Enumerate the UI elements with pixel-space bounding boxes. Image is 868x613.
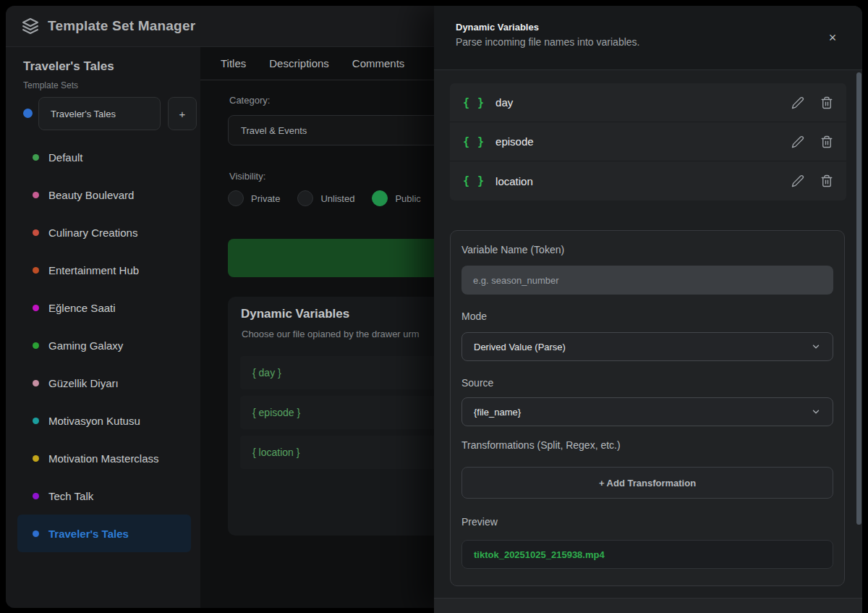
set-color-dot <box>33 342 39 349</box>
close-icon[interactable]: × <box>823 28 842 47</box>
set-label: Traveler's Tales <box>48 528 129 540</box>
variable-list: { } day { } episode { } location <box>450 83 846 200</box>
delete-trash-icon[interactable] <box>820 135 833 148</box>
visibility-options: Private Unlisted Public <box>228 190 421 206</box>
drawer-footer <box>434 598 862 613</box>
sidebar-item-default[interactable]: Default <box>17 138 191 176</box>
edit-pencil-icon[interactable] <box>791 135 804 148</box>
braces-icon: { } <box>463 135 485 148</box>
variable-row-day: { } day <box>450 83 846 122</box>
sidebar-item-entertainment-hub[interactable]: Entertainment Hub <box>17 251 191 289</box>
sidebar-item-tech-talk[interactable]: Tech Talk <box>17 477 191 515</box>
set-color-dot <box>33 418 39 424</box>
set-label: Motivasyon Kutusu <box>48 415 140 427</box>
chevron-down-icon <box>811 407 821 417</box>
radio-circle <box>228 190 244 206</box>
variable-form: Variable Name (Token) Mode Derived Value… <box>450 230 845 586</box>
add-transformation-button[interactable]: + Add Transformation <box>461 467 833 499</box>
chevron-down-icon <box>811 342 821 352</box>
variable-actions <box>791 135 833 148</box>
set-label: Motivation Masterclass <box>48 452 159 465</box>
variable-name-input[interactable] <box>461 266 833 295</box>
variable-name: location <box>495 175 533 187</box>
sidebar-item-gaming-galaxy[interactable]: Gaming Galaxy <box>17 326 191 364</box>
delete-trash-icon[interactable] <box>820 174 833 187</box>
drawer-scrollbar[interactable] <box>856 72 861 525</box>
radio-circle <box>297 190 313 206</box>
sidebar: Traveler's Tales Template Sets Traveler'… <box>6 47 200 608</box>
set-color-dot <box>33 493 39 499</box>
set-label: Güzellik Diyarı <box>48 377 119 389</box>
braces-icon: { } <box>463 174 485 187</box>
set-color-dot <box>33 455 39 462</box>
set-color-dot <box>33 305 39 311</box>
edit-pencil-icon[interactable] <box>791 174 804 187</box>
visibility-private-radio[interactable]: Private <box>228 190 280 206</box>
variable-name: episode <box>495 135 534 148</box>
sidebar-item-eglence-saati[interactable]: Eğlence Saati <box>17 289 191 326</box>
sidebar-item-culinary-creations[interactable]: Culinary Creations <box>17 214 191 251</box>
set-label: Culinary Creations <box>48 227 137 239</box>
set-label: Eğlence Saati <box>48 302 116 314</box>
category-label: Category: <box>229 95 270 106</box>
transformations-label: Transformations (Split, Regex, etc.) <box>461 439 833 451</box>
tab-titles[interactable]: Titles <box>221 57 246 78</box>
tab-comments[interactable]: Comments <box>352 57 405 78</box>
sidebar-item-travelers-tales[interactable]: Traveler's Tales <box>17 515 191 552</box>
template-set-list: Default Beauty Boulevard Culinary Creati… <box>17 138 191 552</box>
source-select[interactable]: {file_name} <box>461 397 833 426</box>
selected-set-dot <box>23 109 33 118</box>
set-color-dot <box>33 530 39 537</box>
mode-label: Mode <box>461 310 833 322</box>
app-title: Template Set Manager <box>48 18 195 34</box>
drawer-title: Dynamic Variables <box>456 22 539 33</box>
visibility-label: Visibility: <box>229 171 265 182</box>
drawer-subtitle: Parse incoming file names into variables… <box>456 36 639 48</box>
dynamic-variables-drawer: Dynamic Variables Parse incoming file na… <box>434 6 862 613</box>
visibility-unlisted-radio[interactable]: Unlisted <box>297 190 354 206</box>
set-color-dot <box>33 380 39 386</box>
delete-trash-icon[interactable] <box>820 96 833 109</box>
template-set-dropdown-value: Traveler's Tales <box>51 109 116 119</box>
sidebar-item-guzellik-diyari[interactable]: Güzellik Diyarı <box>17 364 191 402</box>
template-sets-label: Template Sets <box>23 80 78 90</box>
preview-label: Preview <box>461 516 833 528</box>
dynamic-variables-subtitle: Choose our file opianed by the drawer ur… <box>242 329 420 339</box>
visibility-public-radio[interactable]: Public <box>372 190 420 206</box>
tab-descriptions[interactable]: Descriptions <box>269 57 329 78</box>
layers-logo-icon <box>22 17 39 35</box>
set-color-dot <box>33 192 39 198</box>
set-label: Gaming Galaxy <box>48 339 123 352</box>
category-value: Travel & Events <box>241 125 307 136</box>
sidebar-item-motivasyon-kutusu[interactable]: Motivasyon Kutusu <box>17 402 191 439</box>
set-label: Tech Talk <box>48 490 93 502</box>
set-label: Default <box>48 151 83 164</box>
sidebar-heading: Traveler's Tales <box>23 59 114 74</box>
radio-circle <box>372 190 388 206</box>
radio-label: Unlisted <box>320 193 354 204</box>
add-template-set-button[interactable]: + <box>168 97 197 130</box>
variable-row-episode: { } episode <box>450 122 846 161</box>
sidebar-item-beauty-boulevard[interactable]: Beauty Boulevard <box>17 176 191 214</box>
radio-label: Private <box>251 193 280 204</box>
sidebar-item-motivation-masterclass[interactable]: Motivation Masterclass <box>17 439 191 477</box>
set-color-dot <box>33 267 39 274</box>
variable-name: day <box>495 96 513 109</box>
template-set-dropdown[interactable]: Traveler's Tales <box>38 97 161 130</box>
variable-actions <box>791 96 833 109</box>
preview-filename: tiktok_20251025_215938.mp4 <box>474 549 605 560</box>
radio-label: Public <box>395 193 420 204</box>
mode-select[interactable]: Derived Value (Parse) <box>461 332 833 361</box>
editor-tabs: Titles Descriptions Comments <box>221 57 404 78</box>
preview-box: tiktok_20251025_215938.mp4 <box>461 540 833 569</box>
mode-value: Derived Value (Parse) <box>474 342 566 352</box>
variable-row-location: { } location <box>450 161 846 200</box>
edit-pencil-icon[interactable] <box>791 96 804 109</box>
set-color-dot <box>33 154 39 161</box>
braces-icon: { } <box>463 96 485 109</box>
source-value: {file_name} <box>474 407 521 418</box>
source-label: Source <box>461 377 833 389</box>
template-set-selector: Traveler's Tales + <box>6 97 200 130</box>
set-label: Entertainment Hub <box>48 264 139 276</box>
drawer-header: Dynamic Variables Parse incoming file na… <box>434 6 862 70</box>
